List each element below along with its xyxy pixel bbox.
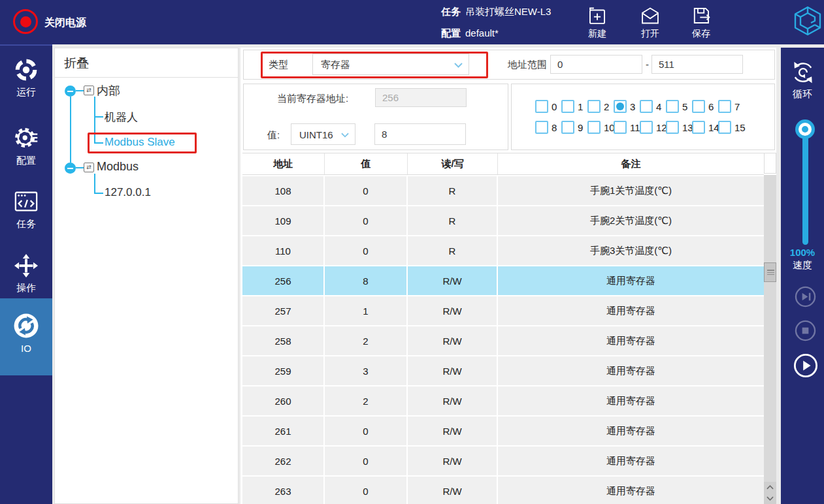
table-row-108[interactable]: 1080R手腕1关节温度(℃) (242, 176, 764, 205)
bit-checkbox-6[interactable] (692, 100, 705, 113)
sidebar-item-io[interactable]: IO (0, 313, 52, 354)
cell-value: 0 (325, 236, 408, 265)
bit-checkbox-7[interactable] (718, 100, 731, 113)
register-table-header: 地址 值 读/写 备注 (242, 153, 764, 175)
bit-checkbox-15[interactable] (718, 121, 731, 134)
tree-node-127001[interactable]: 127.0.0.1 (105, 186, 151, 199)
bit-checkbox-5[interactable] (666, 100, 679, 113)
chevron-down-icon (454, 63, 463, 68)
bit-label: 0 (552, 101, 557, 112)
cell-note: 手腕2关节温度(℃) (498, 206, 764, 235)
cell-rw: R/W (408, 326, 498, 355)
bit-label: 8 (552, 122, 557, 133)
bit-label: 11 (630, 122, 640, 133)
table-row-109[interactable]: 1090R手腕2关节温度(℃) (242, 206, 764, 235)
scroll-up-button[interactable] (764, 482, 776, 493)
tree-node-modbus-slave[interactable]: Modbus Slave (105, 136, 175, 149)
bit-label: 3 (630, 101, 635, 112)
tree-node-modbus[interactable]: Modbus (97, 160, 139, 174)
bit-cell: 13 (666, 119, 692, 135)
scrollbar-thumb[interactable] (764, 262, 776, 282)
bit-cell: 8 (535, 119, 561, 135)
cell-rw: R/W (408, 417, 498, 445)
move-arrows-icon (14, 253, 39, 278)
bit-checkbox-8[interactable] (535, 121, 548, 134)
scroll-down-button[interactable] (764, 493, 776, 504)
bit-checkbox-11[interactable] (614, 121, 627, 134)
cell-note: 通用寄存器 (498, 447, 764, 475)
addr-from-input[interactable] (550, 55, 642, 74)
tree-toggle-modbus[interactable] (65, 163, 76, 174)
power-button[interactable] (13, 9, 38, 34)
cell-value: 3 (325, 356, 408, 385)
cell-rw: R (408, 236, 498, 265)
addr-to-input[interactable] (651, 55, 743, 74)
scrollbar-track[interactable] (764, 175, 776, 482)
tree-toggle-internal[interactable] (65, 86, 76, 97)
value-input[interactable] (374, 123, 466, 145)
value-type-select[interactable]: UINT16 (291, 123, 355, 145)
collapse-header[interactable]: 折叠 (55, 48, 238, 78)
table-scrollbar (764, 153, 776, 504)
cell-value: 2 (325, 386, 408, 415)
cell-rw: R/W (408, 447, 498, 475)
play-icon (793, 353, 818, 378)
play-button[interactable] (793, 353, 818, 381)
cell-rw: R (408, 176, 498, 205)
power-label: 关闭电源 (44, 16, 86, 30)
table-row-262[interactable]: 2620R/W通用寄存器 (242, 447, 764, 475)
tree-connector (94, 174, 95, 193)
cell-address: 257 (242, 296, 325, 325)
new-button[interactable]: 新建 (576, 5, 618, 40)
bit-label: 1 (578, 101, 583, 112)
bit-checkbox-1[interactable] (561, 100, 574, 113)
cell-note: 通用寄存器 (498, 266, 764, 295)
cell-address: 259 (242, 356, 325, 385)
table-row-263[interactable]: 2630R/W通用寄存器 (242, 477, 764, 504)
table-row-260[interactable]: 2602R/W通用寄存器 (242, 386, 764, 415)
loop-icon[interactable] (790, 59, 816, 88)
table-row-258[interactable]: 2582R/W通用寄存器 (242, 326, 764, 355)
cell-value: 8 (325, 266, 408, 295)
bit-checkbox-10[interactable] (587, 121, 601, 134)
addr-range-label: 地址范围 (508, 59, 547, 71)
table-row-257[interactable]: 2571R/W通用寄存器 (242, 296, 764, 325)
save-button[interactable]: 保存 (680, 5, 722, 40)
cell-address: 110 (242, 236, 325, 265)
chevron-down-icon (341, 133, 349, 138)
bit-checkbox-3[interactable] (614, 100, 627, 113)
header-value: 值 (325, 153, 408, 174)
sidebar-item-operate[interactable]: 操作 (0, 253, 52, 294)
table-row-259[interactable]: 2593R/W通用寄存器 (242, 356, 764, 385)
speed-slider-track[interactable] (802, 131, 808, 245)
sidebar-item-config[interactable]: 配置 (0, 125, 52, 167)
tree-node-internal[interactable]: 内部 (97, 83, 120, 99)
sidebar-item-label: IO (0, 343, 52, 354)
speed-slider-knob[interactable] (795, 119, 815, 139)
type-select[interactable]: 寄存器 (312, 54, 469, 75)
bit-label: 15 (734, 122, 746, 133)
bit-label: 7 (734, 101, 740, 112)
sidebar-item-task[interactable]: 任务 (0, 189, 52, 230)
bit-checkbox-0[interactable] (535, 100, 548, 113)
sidebar-item-run[interactable]: 运行 (0, 57, 52, 99)
bit-checkbox-2[interactable] (587, 100, 601, 113)
bit-grid: 0123456789101112131415 (535, 99, 744, 135)
value-type-value: UINT16 (299, 129, 333, 140)
table-row-256[interactable]: 2568R/W通用寄存器 (242, 266, 764, 295)
addr-range-separator: - (646, 59, 649, 70)
table-row-261[interactable]: 2610R/W通用寄存器 (242, 417, 764, 445)
bit-checkbox-4[interactable] (640, 100, 653, 113)
new-button-label: 新建 (576, 28, 618, 40)
open-button[interactable]: 打开 (629, 5, 671, 40)
table-row-110[interactable]: 1100R手腕3关节温度(℃) (242, 236, 764, 265)
stop-button[interactable] (795, 320, 816, 344)
bit-checkbox-13[interactable] (666, 121, 679, 134)
bit-checkbox-14[interactable] (692, 121, 705, 134)
tree-node-robot[interactable]: 机器人 (105, 110, 138, 125)
bit-checkbox-12[interactable] (640, 121, 653, 134)
step-button[interactable] (795, 286, 816, 310)
bit-checkbox-9[interactable] (561, 121, 574, 134)
cell-value: 0 (325, 206, 408, 235)
minus-icon (67, 91, 73, 92)
